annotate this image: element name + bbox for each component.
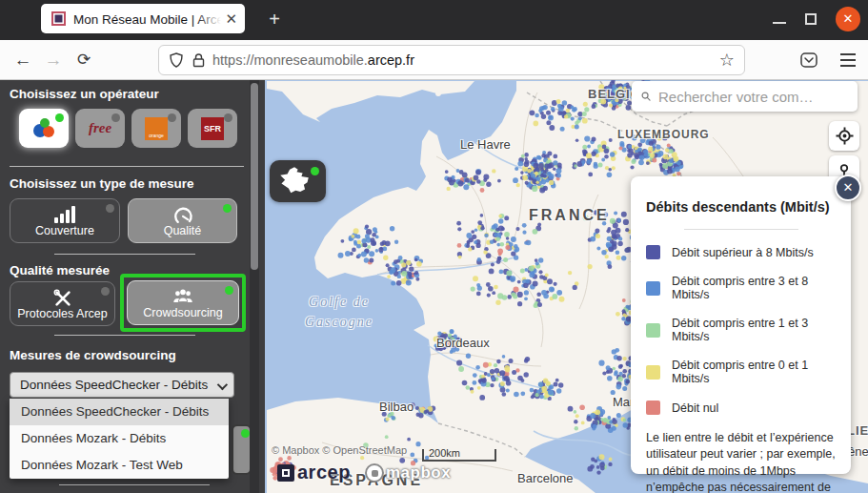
measurement-dot	[417, 407, 421, 411]
new-tab-button[interactable]: +	[263, 9, 286, 31]
reload-button[interactable]: ⟳	[69, 50, 99, 70]
quality-dot	[101, 287, 110, 296]
map-canvas[interactable]: BELGIQUELUXEMBOURGFRANCEITALIEESPAGNELe …	[265, 80, 868, 493]
people-icon	[128, 288, 238, 306]
measure-selected-dot	[223, 204, 232, 213]
operator-heading: Choisissez un opérateur	[10, 87, 159, 101]
measurement-dot	[424, 410, 428, 414]
geolocate-button[interactable]	[829, 121, 859, 151]
commune-search-input[interactable]	[658, 89, 848, 105]
window-minimize-button[interactable]	[773, 22, 786, 24]
operator-dot	[224, 113, 232, 122]
metropolitan-france-button[interactable]	[270, 160, 326, 202]
legend-item: Débit nul	[646, 401, 836, 415]
qualite-button[interactable]: Qualité	[128, 198, 237, 243]
divider	[54, 254, 195, 255]
operator-free-button[interactable]: free	[75, 109, 125, 148]
arcep-logo[interactable]: arcep	[277, 462, 351, 483]
operator-dot	[168, 113, 176, 122]
legend-swatch	[646, 401, 660, 415]
operator-bouygues-button[interactable]	[19, 109, 69, 148]
divider	[54, 335, 195, 336]
legend-item: Débit compris entre 3 et 8 Mbits/s	[646, 275, 836, 301]
crowdsourcing-button[interactable]: Crowdsourcing	[127, 280, 239, 325]
search-icon	[641, 89, 651, 104]
crowdsourcing-heading: Mesures de crowdsourcing	[10, 348, 176, 362]
commune-search-box[interactable]	[632, 81, 858, 112]
legend-swatch	[646, 323, 660, 338]
tab-title-fade	[196, 10, 221, 28]
url-text: https://monreseaumobile.arcep.fr	[212, 52, 719, 68]
map-label: FRANCE	[529, 207, 610, 224]
map-attribution: © Mapbox © OpenStreetMap	[272, 444, 407, 456]
bookmark-star-icon[interactable]: ☆	[719, 50, 735, 71]
divider	[59, 484, 210, 485]
legend-item: Débit supérieur à 8 Mbits/s	[646, 245, 836, 259]
measurement-dot	[428, 410, 434, 416]
tab-close-icon[interactable]: ✕	[225, 11, 237, 26]
sidebar-scrollbar-track[interactable]	[250, 80, 259, 493]
operator-selected-dot	[55, 113, 64, 122]
lock-icon[interactable]	[192, 53, 205, 68]
mapbox-logo-icon	[365, 463, 384, 483]
map-scale-bar: 200km	[422, 449, 496, 462]
orange-logo: orange	[145, 117, 168, 140]
window-maximize-button[interactable]	[805, 13, 817, 25]
france-selected-dot	[311, 167, 319, 175]
divider	[10, 166, 244, 167]
chevron-down-icon	[217, 380, 228, 390]
legend-note: Le lien entre le débit et l’expérience u…	[646, 430, 836, 493]
legend-swatch	[646, 365, 660, 380]
measurement-dot	[415, 406, 419, 410]
tracking-shield-icon[interactable]	[169, 52, 184, 68]
select-value: Données SpeedChecker - Débits	[20, 378, 208, 392]
couverture-button[interactable]: Couverture	[10, 198, 120, 243]
measurement-dot	[421, 406, 425, 410]
menu-hamburger-icon[interactable]	[839, 52, 857, 68]
gauge-icon	[129, 206, 236, 225]
sfr-logo: SFR	[201, 117, 224, 140]
dropdown-option[interactable]: Données SpeedChecker - Débits	[10, 399, 229, 425]
signal-bars-icon	[10, 206, 119, 223]
hidden-button-dot	[241, 429, 250, 438]
measure-type-heading: Choisissez un type de mesure	[10, 176, 194, 191]
operator-orange-button[interactable]: orange	[131, 109, 181, 148]
measurement-dot	[419, 407, 425, 413]
measurement-dot	[426, 409, 430, 413]
browser-tab[interactable]: Mon Réseau Mobile | Arcep ✕	[41, 4, 245, 33]
protocoles-arcep-button[interactable]: Protocoles Arcep	[10, 281, 115, 326]
window-close-button[interactable]: ✕	[836, 7, 860, 31]
geolocate-target-icon	[836, 127, 854, 145]
france-silhouette-icon	[278, 166, 311, 196]
map-label: Le Havre	[460, 137, 511, 152]
legend-divider	[684, 229, 798, 230]
back-button[interactable]: ←	[8, 50, 38, 71]
legend-title: Débits descendants (Mbit/s)	[646, 199, 836, 215]
sidebar-scrollbar-thumb[interactable]	[251, 83, 258, 270]
operator-sfr-button[interactable]: SFR	[188, 109, 237, 148]
browser-toolbar: ← → ⟳ https://monreseaumobile.arcep.fr ☆	[0, 40, 868, 80]
mapbox-logo[interactable]: mapbox	[365, 463, 451, 483]
quality-heading: Qualité mesurée	[10, 263, 110, 277]
dropdown-option[interactable]: Données Mozark - Débits	[10, 425, 229, 452]
pocket-icon[interactable]	[799, 51, 818, 70]
url-bar[interactable]: https://monreseaumobile.arcep.fr ☆	[158, 45, 745, 75]
crowdsourcing-select[interactable]: Données SpeedChecker - Débits	[10, 372, 234, 398]
map-label: Bilbao	[379, 400, 414, 414]
legend-swatch	[646, 281, 660, 296]
arcep-favicon-icon	[51, 11, 66, 26]
scale-label: 200km	[429, 447, 460, 459]
window-titlebar: Mon Réseau Mobile | Arcep ✕ + ✕	[0, 0, 868, 40]
operator-dot	[111, 113, 120, 122]
quality-selected-dot	[225, 286, 233, 295]
arcep-logo-icon	[277, 464, 294, 482]
map-label: Bordeaux	[436, 336, 490, 350]
filters-sidebar: Choisissez un opérateur free orange SFR	[0, 80, 265, 493]
browser-window: Mon Réseau Mobile | Arcep ✕ + ✕ ← → ⟳ ht…	[0, 0, 868, 493]
legend-close-button[interactable]: ✕	[835, 175, 861, 201]
map-label: LUXEMBOURG	[617, 128, 710, 141]
legend-item: Débit compris entre 0 et 1 Mbits/s	[646, 359, 836, 385]
dropdown-option[interactable]: Données Mozark - Test Web	[10, 452, 229, 479]
measure-dot	[106, 204, 114, 213]
forward-button[interactable]: →	[38, 50, 69, 71]
